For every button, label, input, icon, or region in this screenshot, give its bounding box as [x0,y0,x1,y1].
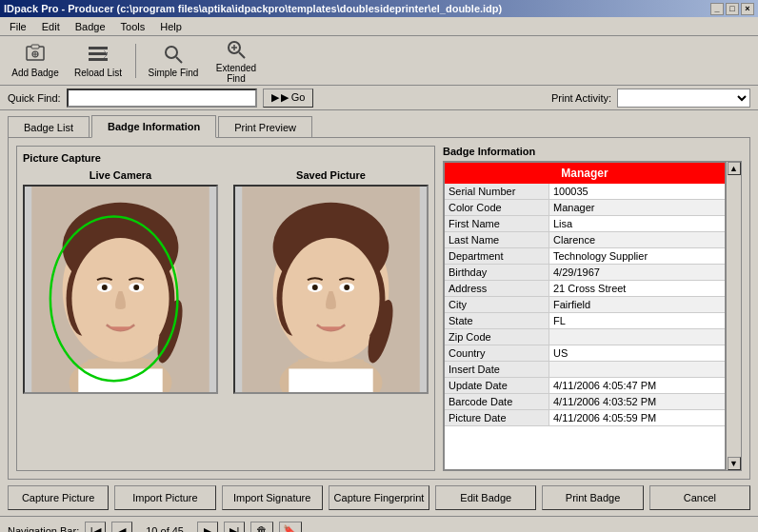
extended-find-icon [225,38,248,61]
reload-list-icon [87,43,110,66]
svg-rect-6 [89,52,108,55]
badge-cell-value: 4/11/2006 4:03:52 PM [549,394,725,409]
saved-picture-frame [233,185,429,394]
title-bar: IDpack Pro - Producer (c:\program files\… [0,0,758,17]
badge-cell-label: Zip Code [445,329,549,345]
badge-cell-value: Technology Supplier [549,248,725,264]
badge-cell-label: Last Name [445,232,549,247]
badge-cell-label: Serial Number [445,184,549,199]
badge-cell-value: Fairfield [549,297,725,312]
toolbar-separator-1 [135,44,136,78]
quickfind-input[interactable] [67,89,257,108]
close-button[interactable]: × [741,3,754,15]
nav-first-button[interactable]: |◀ [85,522,106,532]
nav-next-button[interactable]: ▶ [197,522,218,532]
badge-cell-label: Barcode Date [445,394,549,409]
svg-point-8 [166,47,177,58]
print-badge-button[interactable]: Print Badge [542,485,643,510]
quickfind-go-button[interactable]: ▶ ▶ Go [263,89,314,108]
badge-cell-value [549,362,725,377]
tab-badge-information[interactable]: Badge Information [91,115,216,138]
import-signature-button[interactable]: Import Signature [222,485,323,510]
edit-badge-button[interactable]: Edit Badge [435,485,536,510]
badge-table-row: Department Technology Supplier [445,248,725,265]
badge-cell-value: 21 Cross Street [549,281,725,296]
minimize-button[interactable]: _ [710,3,724,15]
svg-point-41 [312,285,318,290]
bottom-buttons-bar: Capture Picture Import Picture Import Si… [0,480,758,516]
badge-info-title: Badge Information [443,146,742,157]
print-activity-select[interactable] [617,89,750,108]
extended-find-button[interactable]: Extended Find [209,40,264,82]
capture-fingerprint-button[interactable]: Capture Fingerprint [329,485,429,510]
badge-cell-value: FL [549,313,725,328]
nav-delete-button[interactable]: 🗑 [250,522,273,532]
badge-cell-label: City [445,297,549,312]
badge-table-row: Address 21 Cross Street [445,281,725,297]
quickfind-bar: Quick Find: ▶ ▶ Go Print Activity: [0,86,758,110]
print-activity-label: Print Activity: [551,92,611,104]
badge-table-row: Serial Number 100035 [445,184,725,200]
svg-rect-1 [31,45,39,49]
badge-cell-label: Department [445,248,549,264]
capture-picture-button[interactable]: Capture Picture [8,485,109,510]
badge-header: Manager [445,163,725,184]
picture-capture-section: Picture Capture Live Camera Saved Pictur… [16,146,435,471]
reload-list-button[interactable]: Reload List [70,40,126,82]
badge-table-row: First Name Lisa [445,216,725,232]
svg-line-11 [239,52,245,58]
badge-table-row: Picture Date 4/11/2006 4:05:59 PM [445,410,725,426]
badge-table-row: State FL [445,313,725,329]
scroll-up-button[interactable]: ▲ [728,162,741,175]
badge-cell-value: 100035 [549,184,725,199]
badge-cell-label: First Name [445,216,549,231]
import-picture-button[interactable]: Import Picture [114,485,215,510]
svg-rect-5 [89,47,108,49]
menu-badge[interactable]: Badge [70,19,111,34]
svg-point-27 [133,285,139,290]
maximize-button[interactable]: □ [726,3,739,15]
nav-count: 10 of 45 [138,525,191,532]
nav-prev-button[interactable]: ◀ [111,522,132,532]
nav-bar: Navigation Bar: |◀ ◀ 10 of 45 ▶ ▶| 🗑 🔖 [0,516,758,532]
menu-help[interactable]: Help [154,19,188,34]
menu-file[interactable]: File [4,19,32,34]
badge-table-row: Birthday 4/29/1967 [445,265,725,281]
live-camera-frame [23,185,218,394]
menu-edit[interactable]: Edit [36,19,66,34]
nav-bar-label: Navigation Bar: [8,525,79,532]
scroll-down-button[interactable]: ▼ [728,457,741,470]
svg-point-26 [102,285,108,290]
go-arrow-icon: ▶ [271,91,279,104]
menu-tools[interactable]: Tools [115,19,151,34]
svg-line-9 [176,57,182,63]
tab-print-preview[interactable]: Print Preview [218,116,312,137]
badge-cell-value: Manager [549,200,725,215]
badge-cell-value: Lisa [549,216,725,231]
badge-table-row: Barcode Date 4/11/2006 4:03:52 PM [445,394,725,410]
badge-cell-value: 4/11/2006 4:05:47 PM [549,378,725,393]
simple-find-icon [162,43,185,66]
badge-cell-label: Color Code [445,200,549,215]
toolbar: Add Badge Reload List Simple Find [0,36,758,86]
badge-cell-label: State [445,313,549,328]
title-bar-buttons: _ □ × [710,3,754,15]
badge-scrollbar[interactable]: ▲ ▼ [726,162,741,470]
nav-bookmark-button[interactable]: 🔖 [279,522,302,532]
simple-find-button[interactable]: Simple Find [146,40,201,82]
live-camera-label: Live Camera [23,169,218,181]
badge-cell-label: Update Date [445,378,549,393]
badge-cell-value: 4/29/1967 [549,265,725,280]
picture-capture-title: Picture Capture [23,152,429,164]
add-badge-icon [24,43,47,66]
tab-badge-list[interactable]: Badge List [8,116,90,137]
menu-bar: File Edit Badge Tools Help [0,17,758,36]
badge-cell-value [549,329,725,345]
nav-last-button[interactable]: ▶| [224,522,245,532]
quickfind-label: Quick Find: [8,92,61,104]
badge-cell-label: Insert Date [445,362,549,377]
cancel-button[interactable]: Cancel [649,485,750,510]
badge-table-row: Insert Date [445,362,725,378]
badge-table-row: Country US [445,345,725,362]
add-badge-button[interactable]: Add Badge [8,40,63,82]
